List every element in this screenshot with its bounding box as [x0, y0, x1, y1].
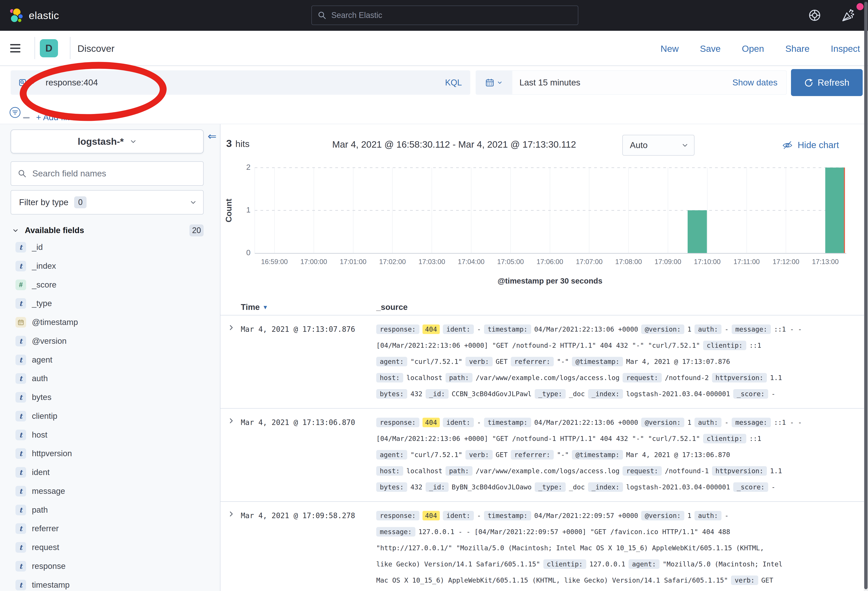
interval-select[interactable]: Auto: [622, 135, 694, 156]
source-highlight: 404: [422, 418, 440, 427]
elastic-logo-text: elastic: [29, 9, 59, 21]
source-field-badge: @version:: [641, 511, 684, 520]
new-button[interactable]: New: [661, 44, 679, 54]
available-fields-count-badge: 20: [189, 225, 204, 236]
open-button[interactable]: Open: [742, 44, 764, 54]
field-item-timestamp[interactable]: ttimestamp: [0, 578, 220, 591]
field-item-auth[interactable]: tauth: [0, 372, 220, 385]
field-item-bytes[interactable]: tbytes: [0, 391, 220, 404]
field-item-_type[interactable]: t_type: [0, 297, 220, 310]
source-field-badge: ident:: [443, 418, 474, 427]
source-field-badge: bytes:: [376, 389, 407, 399]
source-value: "Mozilla/5.0 (Macintosh; Intel: [663, 560, 782, 568]
time-range-display[interactable]: Last 15 minutes Show dates: [512, 70, 787, 95]
page-title: Discover: [77, 43, 114, 54]
field-item-_id[interactable]: t_id: [0, 241, 220, 254]
field-item-_score[interactable]: #_score: [0, 278, 220, 291]
field-item-ident[interactable]: tident: [0, 466, 220, 479]
menu-icon[interactable]: [10, 44, 21, 52]
source-value: /notfound-1: [665, 467, 709, 475]
expand-row-icon[interactable]: [228, 511, 235, 517]
source-value: 04/Mar/2021:22:09:57 +0000: [534, 512, 638, 520]
text-field-icon: t: [15, 580, 26, 590]
source-field-badge: _index:: [588, 389, 623, 399]
refresh-button[interactable]: Refresh: [791, 69, 863, 96]
filter-icon[interactable]: [9, 106, 21, 119]
sort-desc-icon[interactable]: ▼: [263, 304, 268, 311]
source-field-badge: message:: [376, 527, 415, 536]
source-value: GET: [496, 451, 508, 459]
available-fields-header[interactable]: Available fields 20: [12, 224, 204, 237]
query-input[interactable]: response:404 KQL: [10, 70, 470, 95]
index-pattern-select[interactable]: logstash-*: [10, 130, 204, 154]
elastic-logo[interactable]: elastic: [9, 7, 59, 23]
show-dates-button[interactable]: Show dates: [732, 78, 778, 87]
field-search-placeholder: Search field names: [32, 168, 106, 179]
save-button[interactable]: Save: [700, 44, 720, 54]
filter-by-type-select[interactable]: Filter by type 0: [10, 190, 204, 214]
time-range-value[interactable]: Last 15 minutes: [520, 78, 580, 87]
row-time: Mar 4, 2021 @ 17:13:07.876: [241, 321, 355, 337]
text-field-icon: t: [15, 448, 26, 459]
source-field-badge: timestamp:: [484, 511, 531, 520]
query-text[interactable]: response:404: [46, 78, 98, 87]
chevron-down-icon: [190, 199, 196, 205]
source-value: CCBN_3cB04dGovJLPawl: [452, 390, 531, 398]
source-field-badge: verb:: [465, 450, 492, 460]
field-item-request[interactable]: trequest: [0, 541, 220, 554]
expand-row-icon[interactable]: [228, 417, 235, 424]
source-field-badge: _type:: [535, 482, 566, 492]
field-item-agent[interactable]: tagent: [0, 353, 220, 366]
number-field-icon: #: [15, 279, 26, 290]
field-item-httpversion[interactable]: thttpversion: [0, 447, 220, 460]
chevron-down-icon: [682, 142, 688, 149]
hide-chart-button[interactable]: Hide chart: [782, 140, 839, 150]
source-value: logstash-2021.03.04-000001: [626, 390, 730, 398]
help-icon[interactable]: [808, 9, 821, 22]
collapse-sidebar-icon[interactable]: ⇐: [208, 130, 217, 142]
query-language-button[interactable]: KQL: [445, 78, 462, 87]
refresh-label: Refresh: [818, 77, 849, 88]
field-item-path[interactable]: tpath: [0, 503, 220, 517]
field-item-response[interactable]: tresponse: [0, 560, 220, 573]
date-picker-button[interactable]: [475, 70, 512, 95]
x-axis-tick-label: 17:04:00: [458, 258, 485, 266]
expand-row-icon[interactable]: [228, 324, 235, 331]
source-field-badge: agent:: [376, 357, 407, 366]
share-button[interactable]: Share: [785, 44, 809, 54]
source-field-badge: clientip:: [703, 434, 746, 443]
source-field-badge: bytes:: [376, 482, 407, 492]
text-field-icon: t: [15, 373, 26, 384]
source-value: localhost: [406, 467, 443, 475]
app-bar: D Discover New Save Open Share Inspect: [0, 31, 868, 66]
index-pattern-name: logstash-*: [78, 136, 124, 147]
scrollbar-thumb[interactable]: [864, 2, 868, 589]
field-item-host[interactable]: thost: [0, 428, 220, 442]
text-field-icon: t: [15, 542, 26, 553]
newsfeed-icon[interactable]: [841, 9, 855, 22]
field-item-@version[interactable]: t@version: [0, 334, 220, 348]
source-field-badge: response:: [376, 325, 419, 334]
column-header-time[interactable]: Time▼: [241, 303, 268, 312]
field-item-@timestamp[interactable]: @timestamp: [0, 316, 220, 329]
source-value: 432: [410, 483, 422, 491]
histogram-bar[interactable]: [825, 168, 844, 253]
y-axis-tick-label: 2: [232, 163, 251, 171]
histogram-bar[interactable]: [688, 210, 707, 253]
discover-app-badge[interactable]: D: [40, 39, 58, 57]
field-name: bytes: [32, 393, 51, 402]
saved-query-icon[interactable]: [18, 78, 27, 87]
source-value: [04/Mar/2021:22:13:06 +0000] "GET /notfo…: [376, 435, 700, 442]
source-field-badge: _id:: [425, 482, 449, 492]
field-item-_index[interactable]: t_index: [0, 259, 220, 273]
x-axis-title: @timestamp per 30 seconds: [497, 276, 602, 285]
inspect-button[interactable]: Inspect: [831, 44, 860, 54]
field-item-clientip[interactable]: tclientip: [0, 409, 220, 423]
add-filter-button[interactable]: + Add filter: [36, 112, 77, 122]
global-search-input[interactable]: Search Elastic: [311, 6, 578, 25]
current-time-marker: [844, 168, 845, 253]
field-item-referrer[interactable]: treferrer: [0, 522, 220, 535]
field-item-message[interactable]: tmessage: [0, 485, 220, 498]
source-field-badge: @version:: [641, 325, 684, 334]
field-search-input[interactable]: Search field names: [10, 161, 204, 186]
